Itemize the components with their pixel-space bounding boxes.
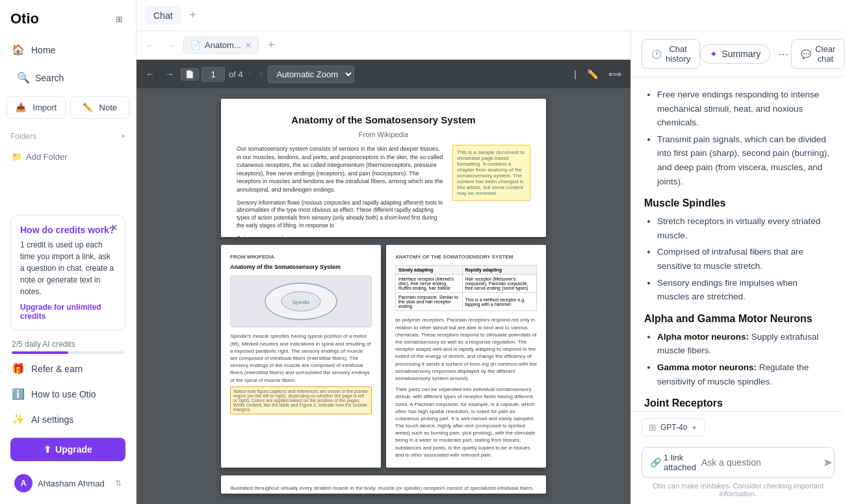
import-icon: 📥 xyxy=(16,103,26,112)
pdf-page-title: Anatomy of the Somatosensory System xyxy=(237,114,530,125)
tab-add-button[interactable]: + xyxy=(185,6,202,25)
tab-chat-label: Chat xyxy=(153,10,173,21)
search-icon: 🔍 xyxy=(17,71,30,84)
pdf-tab-label: Anatom... xyxy=(205,40,241,50)
summary-tab-label: Summary xyxy=(722,49,760,59)
summary-tab[interactable]: ✦ Summary xyxy=(700,44,770,64)
pdf-page-input[interactable] xyxy=(202,67,225,82)
folders-section: Folders + xyxy=(0,124,136,147)
sidebar-nav: 🏠 Home 🔍 Search 📥 Import ✏️ Note xyxy=(0,35,136,124)
pdf-annotate-tool-button[interactable]: ✏️ xyxy=(583,65,602,83)
nociceptors-item-1: Free nerve endings responding to intense… xyxy=(657,88,832,130)
chat-input[interactable] xyxy=(701,457,815,468)
summary-panel: 🕐 Chat history ✦ Summary ⋯ 💬 Clear chat xyxy=(630,31,845,504)
pdf-viewer: ← → 📄 Anatom... ✕ + ← → 📄 of 4 − + xyxy=(136,31,630,504)
pdf-col-figure: Spindle xyxy=(230,275,372,327)
upgrade-label: Upgrade xyxy=(55,444,92,455)
pdf-prev-page-button[interactable]: ← xyxy=(142,65,159,83)
pdf-zoom-select[interactable]: Automatic Zoom 50% 75% 100% 125% 150% 20… xyxy=(268,66,354,83)
chevron-down-icon: ▼ xyxy=(691,424,697,431)
sidebar-item-how-to[interactable]: ℹ️ How to use Otio xyxy=(5,382,131,406)
spark-icon: ✦ xyxy=(710,49,718,59)
summary-header-right: 💬 Clear chat xyxy=(791,39,845,69)
pdf-col-right-text: as polymer receptors. Pacinian receptors… xyxy=(395,316,537,382)
model-selector-button[interactable]: ⊞ GPT-4o ▼ xyxy=(642,418,705,436)
sidebar-header: Otio ⊞ xyxy=(0,0,136,35)
sidebar-item-search-label: Search xyxy=(35,73,64,83)
pdf-next-page-button[interactable]: → xyxy=(161,65,178,83)
chat-input-area: 🔗 1 link attached ➤ xyxy=(642,447,835,478)
note-icon: ✏️ xyxy=(83,103,93,112)
chevron-up-down-icon: ⇅ xyxy=(115,479,122,488)
info-icon: ℹ️ xyxy=(12,388,25,400)
sidebar-item-ai-settings[interactable]: ✨ AI settings xyxy=(5,407,131,431)
pdf-page1-extra-text: Sensory information flows (noxious corpu… xyxy=(237,199,445,231)
tab-chat[interactable]: Chat xyxy=(144,6,182,25)
sidebar-bottom: How do credits work? ✕ 1 credit is used … xyxy=(0,205,136,504)
pdf-col-right-header: Anatomy of the Somatosensory System xyxy=(395,254,537,260)
sidebar-item-home-label: Home xyxy=(31,45,55,55)
add-folder-label: Add Folder xyxy=(26,152,68,162)
more-options-button[interactable]: ⋯ xyxy=(775,45,791,63)
sidebar-item-how-to-label: How to use Otio xyxy=(31,389,96,399)
add-folder-button[interactable]: 📁 Add Folder xyxy=(5,147,131,166)
muscle-spindles-item-2: Comprised of intrafusal fibers that are … xyxy=(657,245,832,273)
pdf-table-header-slowly: Slowly adapting xyxy=(396,266,463,275)
nociceptors-item-2: Transmit pain signals, which can be divi… xyxy=(657,132,832,188)
upgrade-icon: ⬆ xyxy=(44,444,51,455)
note-button[interactable]: ✏️ Note xyxy=(70,96,130,119)
sparkle-icon: ✨ xyxy=(12,413,25,425)
sidebar-item-refer[interactable]: 🎁 Refer & earn xyxy=(5,357,131,381)
sidebar-item-home[interactable]: 🏠 Home xyxy=(5,38,131,62)
pdf-tab-close-button[interactable]: ✕ xyxy=(245,41,252,50)
avatar-initials: A xyxy=(21,479,27,488)
motor-neurons-item-1: Alpha motor neurons: Supply extrafusal m… xyxy=(657,330,832,358)
credits-popup: How do credits work? ✕ 1 credit is used … xyxy=(10,215,125,331)
folders-label: Folders xyxy=(10,132,36,141)
pdf-page-icon: 📄 xyxy=(185,70,194,79)
import-button[interactable]: 📥 Import xyxy=(6,96,66,119)
layout-toggle-button[interactable]: ⊞ xyxy=(113,12,125,27)
muscle-spindles-list: Stretch receptors in virtually every str… xyxy=(644,214,832,304)
clear-chat-button[interactable]: 💬 Clear chat xyxy=(791,39,845,69)
pdf-tools: | ✏️ ⟺ xyxy=(570,65,625,83)
pdf-expand-button[interactable]: ⟺ xyxy=(604,65,625,83)
pdf-col-left-text: Spindle's muscle spindles having typical… xyxy=(230,333,372,383)
pdf-table-cell: Interface receptor (Merkel's disc), free… xyxy=(396,275,463,293)
pdf-next-tab-button[interactable]: → xyxy=(162,36,179,55)
summary-header-center: ✦ Summary ⋯ xyxy=(700,44,791,64)
pdf-page3-text: Illustrated throughout virtually every s… xyxy=(230,485,537,494)
pdf-tab-add-button[interactable]: + xyxy=(263,36,280,55)
pdf-prev-tab-button[interactable]: ← xyxy=(142,36,159,55)
joint-receptors-heading: Joint Receptors xyxy=(644,397,832,409)
pdf-toolbar: ← → 📄 of 4 − + Automatic Zoom 50% 75% 10… xyxy=(136,60,630,88)
pdf-page-author: From Wikipedia xyxy=(237,131,530,138)
pdf-cursor-tool-button[interactable]: | xyxy=(570,65,580,83)
summary-footer: ⊞ GPT-4o ▼ 🔗 1 link attached ➤ Otio ca xyxy=(631,411,845,504)
pdf-file-icon: 📄 xyxy=(190,40,201,50)
muscle-spindles-item-3: Sensory endings fire impulses when muscl… xyxy=(657,276,832,304)
link-icon: 🔗 xyxy=(650,457,661,468)
user-profile[interactable]: A Ahtasham Ahmad ⇅ xyxy=(5,468,131,499)
upgrade-unlimited-link[interactable]: Upgrade for unlimited credits xyxy=(20,303,116,321)
credits-bar-section: 2/5 daily AI credits xyxy=(5,337,131,355)
sidebar-item-refer-label: Refer & earn xyxy=(31,364,83,374)
credits-popup-close-button[interactable]: ✕ xyxy=(110,222,118,233)
pdf-col-left-header: From Wikipedia xyxy=(230,254,372,260)
chat-icon: 💬 xyxy=(801,49,811,59)
pdf-active-tab[interactable]: 📄 Anatom... ✕ xyxy=(183,36,259,54)
summary-content: Free nerve endings responding to intense… xyxy=(631,77,845,411)
credits-popup-text: 1 credit is used up each time you import… xyxy=(20,239,116,297)
pdf-highlight-box: This is a sample document to showcase pa… xyxy=(452,145,530,201)
pdf-col-left-highlight: Notice how figure captions and reference… xyxy=(230,386,372,414)
summary-header: 🕐 Chat history ✦ Summary ⋯ 💬 Clear chat xyxy=(631,31,845,77)
upgrade-button[interactable]: ⬆ Upgrade xyxy=(10,438,125,461)
sidebar-item-search[interactable]: 🔍 Search xyxy=(10,66,125,90)
send-button[interactable]: ➤ xyxy=(820,453,835,472)
credits-bar xyxy=(12,351,124,354)
clear-chat-label: Clear chat xyxy=(815,44,835,64)
chat-history-button[interactable]: 🕐 Chat history xyxy=(642,39,700,69)
credits-label: 2/5 daily AI credits xyxy=(12,340,124,349)
copy-icon: ⊞ xyxy=(649,422,656,433)
home-icon: 🏠 xyxy=(12,44,25,56)
